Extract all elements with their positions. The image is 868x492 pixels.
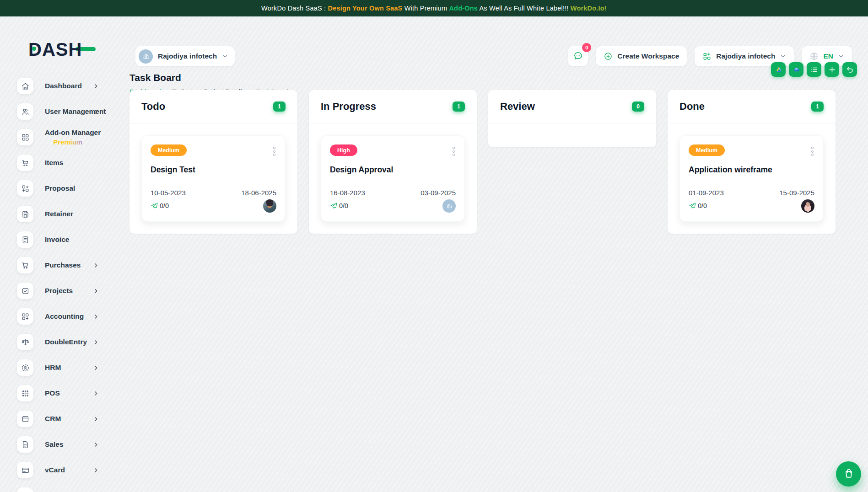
plus-circle-icon xyxy=(604,52,613,61)
task-start-date: 01-09-2023 xyxy=(689,189,724,197)
column-title: In Progress xyxy=(321,101,376,112)
banner-text: Add-Ons xyxy=(449,5,478,12)
task-start-date: 16-08-2023 xyxy=(330,189,365,197)
column-title: Todo xyxy=(141,101,165,112)
sidebar-item-projects[interactable]: Projects xyxy=(17,280,118,302)
chevron-down-icon xyxy=(838,53,844,59)
add-task-button[interactable] xyxy=(825,62,839,77)
logo-text: DASH xyxy=(28,39,82,59)
sidebar-item-label: HRM xyxy=(45,364,61,372)
shop-floating-button[interactable] xyxy=(836,461,861,487)
card-menu-button[interactable] xyxy=(272,144,276,158)
assignee-avatar xyxy=(442,199,456,213)
card-menu-button[interactable] xyxy=(452,144,456,158)
chevron-right-icon xyxy=(93,339,99,345)
users-icon xyxy=(17,103,33,120)
task-progress: 0/0 xyxy=(330,202,348,210)
column-body: Medium Application wireframe 01-09-2023 … xyxy=(668,123,836,234)
plus-icon xyxy=(828,65,836,74)
board-column-done: Done 1 Medium Application wireframe 01-0… xyxy=(668,90,836,234)
chevron-right-icon xyxy=(93,262,99,268)
onedrive-button[interactable] xyxy=(789,62,803,77)
task-start-date: 10-05-2023 xyxy=(151,189,186,197)
sidebar-item-pos[interactable]: POS xyxy=(17,382,118,404)
assignee-avatar xyxy=(263,199,276,213)
messages-count-badge: 0 xyxy=(582,43,591,52)
sidebar-item-proposal[interactable]: Proposal xyxy=(17,177,118,199)
sidebar-item-label: Retainer xyxy=(45,210,73,218)
card-menu-button[interactable] xyxy=(810,144,814,158)
sidebar-item-lms[interactable]: LMS xyxy=(17,485,118,492)
column-title: Done xyxy=(679,101,705,112)
board-column-review: Review 0 xyxy=(488,90,656,147)
send-icon xyxy=(330,202,338,210)
scales-icon xyxy=(17,334,33,350)
sidebar-item-sales[interactable]: Sales xyxy=(17,433,118,455)
sidebar-item-double-entry[interactable]: DoubleEntry xyxy=(17,331,118,353)
window-icon xyxy=(17,411,33,427)
checkbox-icon xyxy=(17,283,33,299)
page-title: Task Board xyxy=(129,72,288,83)
grid-plus-icon xyxy=(17,308,33,325)
banner-text: WorkDo Dash SaaS : xyxy=(261,5,328,12)
sidebar-item-label: Dashboard xyxy=(45,82,82,90)
sidebar-item-retainer[interactable]: Retainer xyxy=(17,203,118,225)
promo-banner: WorkDo Dash SaaS : Design Your Own SaaS … xyxy=(0,0,868,16)
sidebar-item-label: Add-on Manager xyxy=(45,128,101,137)
sidebar-item-add-on-manager[interactable]: Add-on Manager Premium xyxy=(17,126,118,148)
dots-grid-icon xyxy=(17,385,33,401)
sidebar-item-label: CRM xyxy=(45,415,61,423)
google-drive-button[interactable] xyxy=(771,62,786,77)
list-view-button[interactable] xyxy=(807,62,821,77)
sidebar-item-items[interactable]: Items xyxy=(17,152,118,174)
list-icon xyxy=(810,65,819,74)
chat-bubble-icon xyxy=(573,50,583,63)
chevron-right-icon xyxy=(93,467,99,473)
sidebar-item-accounting[interactable]: Accounting xyxy=(17,305,118,327)
grid-icon xyxy=(17,129,33,145)
building-icon xyxy=(139,49,153,64)
back-button[interactable] xyxy=(842,62,857,77)
sidebar-item-vcard[interactable]: vCard xyxy=(17,459,118,481)
workspace-chip-label: Rajodiya infotech xyxy=(158,52,217,60)
book-icon xyxy=(17,487,33,492)
column-body xyxy=(488,123,656,147)
chevron-down-icon xyxy=(222,53,228,59)
undo-icon xyxy=(846,65,854,74)
sidebar-item-label: Invoice xyxy=(45,235,69,244)
sidebar-item-user-management[interactable]: User Management xyxy=(17,101,118,123)
chevron-down-icon xyxy=(780,53,786,59)
sidebar-item-label: vCard xyxy=(45,466,65,474)
dash-logo[interactable]: DASH xyxy=(28,40,96,59)
doc-icon xyxy=(17,436,33,453)
swap-icon xyxy=(17,180,33,197)
task-board: Todo 1 Medium Design Test 10-05-2023 18-… xyxy=(129,90,836,234)
task-title: Design Approval xyxy=(330,165,456,175)
cart-icon xyxy=(17,155,33,171)
create-workspace-button[interactable]: Create Workspace xyxy=(596,46,687,66)
sidebar-item-label: Projects xyxy=(45,287,73,295)
sidebar-item-hrm[interactable]: HRM xyxy=(17,357,118,379)
banner-text: With Premium xyxy=(403,5,449,12)
sidebar-menu: Dashboard User Management Add-on Manager… xyxy=(0,75,118,492)
column-title: Review xyxy=(500,101,535,112)
sidebar-item-label: Proposal xyxy=(45,184,75,193)
chevron-right-icon xyxy=(93,416,99,422)
sidebar-item-dashboard[interactable]: Dashboard xyxy=(17,75,118,97)
column-count-badge: 1 xyxy=(453,102,465,112)
priority-badge: Medium xyxy=(151,144,187,156)
task-card[interactable]: High Design Approval 16-08-2023 03-09-20… xyxy=(321,135,465,222)
task-card[interactable]: Medium Application wireframe 01-09-2023 … xyxy=(679,135,824,222)
sidebar-item-invoice[interactable]: Invoice xyxy=(17,229,118,251)
sidebar-item-crm[interactable]: CRM xyxy=(17,408,118,430)
priority-badge: Medium xyxy=(689,144,725,156)
language-label: EN xyxy=(823,52,833,60)
chevron-right-icon xyxy=(93,390,99,396)
task-card[interactable]: Medium Design Test 10-05-2023 18-06-2025… xyxy=(141,135,286,222)
workspace-chip[interactable]: Rajodiya infotech xyxy=(135,46,235,66)
messages-button[interactable]: 0 xyxy=(568,46,588,66)
banner-link[interactable]: WorkDo.Io! xyxy=(571,5,607,12)
sidebar-item-purchases[interactable]: Purchases xyxy=(17,254,118,276)
workspace-grid-icon xyxy=(702,52,712,61)
column-count-badge: 1 xyxy=(273,102,286,112)
